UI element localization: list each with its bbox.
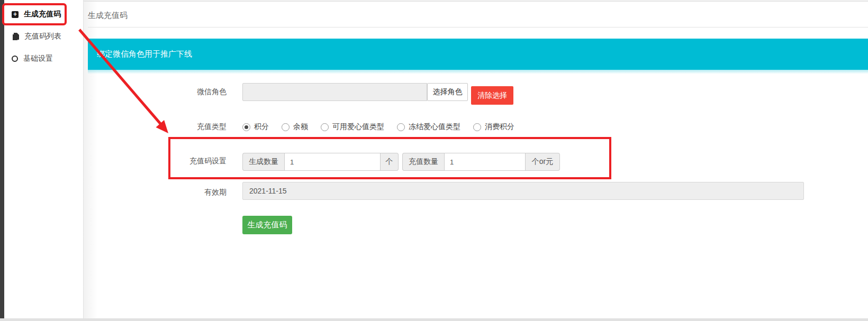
validity-label: 有效期 bbox=[147, 188, 227, 197]
sidebar: 生成充值码 充值码列表 基础设置 bbox=[4, 0, 84, 321]
recharge-type-radio-group: 积分 余额 可用爱心值类型 冻结爱心值类型 消费积分 bbox=[242, 121, 514, 133]
app-root: 生成充值码 充值码列表 基础设置 生成充值码 绑定微信角色用于推广下线 微信角色 bbox=[0, 0, 868, 321]
radio-icon[interactable] bbox=[473, 123, 481, 131]
sidebar-item-label: 生成充值码 bbox=[24, 10, 61, 19]
radio-label: 消费积分 bbox=[485, 122, 514, 132]
clear-selection-button[interactable]: 清除选择 bbox=[471, 86, 513, 105]
radio-label: 余额 bbox=[293, 122, 308, 132]
recharge-qty-input[interactable] bbox=[444, 153, 526, 171]
copy-icon bbox=[12, 33, 19, 41]
title-divider bbox=[88, 27, 868, 27]
generate-code-button[interactable]: 生成充值码 bbox=[242, 216, 292, 234]
recharge-type-label: 充值类型 bbox=[147, 122, 227, 132]
top-divider bbox=[84, 1, 868, 2]
wechat-role-input[interactable] bbox=[242, 83, 427, 101]
validity-input[interactable] bbox=[242, 182, 804, 200]
radio-icon[interactable] bbox=[242, 123, 250, 131]
radio-icon[interactable] bbox=[397, 123, 405, 131]
radio-icon[interactable] bbox=[321, 123, 329, 131]
recharge-qty-suffix: 个or元 bbox=[526, 153, 560, 171]
radio-option[interactable]: 积分 bbox=[242, 122, 269, 132]
radio-label: 冻结爱心值类型 bbox=[409, 122, 460, 132]
radio-option[interactable]: 冻结爱心值类型 bbox=[397, 122, 460, 132]
recharge-qty-addon: 充值数量 bbox=[402, 153, 444, 171]
code-settings-label: 充值码设置 bbox=[147, 157, 227, 166]
info-banner: 绑定微信角色用于推广下线 bbox=[88, 39, 868, 70]
generate-qty-group: 生成数量 个 bbox=[242, 153, 399, 171]
banner-fade bbox=[88, 70, 868, 74]
radio-option[interactable]: 余额 bbox=[282, 122, 308, 132]
radio-label: 积分 bbox=[254, 122, 269, 132]
bottom-edge-strip bbox=[0, 318, 868, 321]
generate-qty-addon: 生成数量 bbox=[242, 153, 284, 171]
sidebar-item-label: 充值码列表 bbox=[24, 32, 61, 41]
main-content: 生成充值码 绑定微信角色用于推广下线 微信角色 选择角色 清除选择 充值类型 积… bbox=[84, 0, 868, 321]
code-settings-row: 生成数量 个 充值数量 个or元 bbox=[242, 153, 560, 171]
radio-option[interactable]: 可用爱心值类型 bbox=[321, 122, 384, 132]
generate-qty-suffix: 个 bbox=[381, 153, 399, 171]
sidebar-item-code-list[interactable]: 充值码列表 bbox=[12, 25, 82, 48]
generate-qty-input[interactable] bbox=[284, 153, 381, 171]
sidebar-item-basic-settings[interactable]: 基础设置 bbox=[12, 48, 82, 70]
page-title: 生成充值码 bbox=[88, 11, 128, 21]
info-banner-text: 绑定微信角色用于推广下线 bbox=[97, 49, 192, 59]
wechat-role-label: 微信角色 bbox=[147, 87, 227, 97]
recharge-qty-group: 充值数量 个or元 bbox=[402, 153, 560, 171]
select-role-button[interactable]: 选择角色 bbox=[427, 83, 468, 101]
circle-icon bbox=[12, 56, 18, 62]
left-dark-rail bbox=[0, 0, 4, 321]
radio-icon[interactable] bbox=[282, 123, 290, 131]
sidebar-item-label: 基础设置 bbox=[23, 54, 53, 63]
sidebar-item-generate-code[interactable]: 生成充值码 bbox=[12, 3, 82, 25]
radio-option[interactable]: 消费积分 bbox=[473, 122, 514, 132]
radio-label: 可用爱心值类型 bbox=[332, 122, 384, 132]
plus-square-icon bbox=[12, 11, 19, 18]
